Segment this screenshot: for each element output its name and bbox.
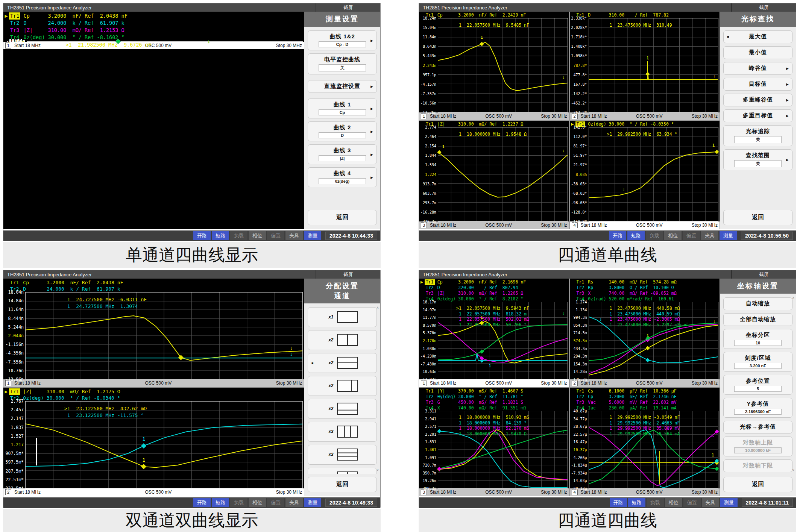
status-button-负载[interactable]: 负载 [646, 231, 663, 240]
status-button-相位[interactable]: 相位 [664, 231, 682, 240]
menu-button[interactable]: 刻度/区域3.200 nF [723, 352, 792, 372]
status-button-短路[interactable]: 短路 [628, 498, 645, 507]
status-button-短路[interactable]: 短路 [212, 231, 229, 240]
screenshot-button[interactable]: 截屏 [316, 3, 380, 12]
status-button-短路[interactable]: 短路 [212, 498, 229, 507]
graph-channel-2[interactable]: Tr1 D 310.00 / Ref 787.822.338k*2.028k*1… [570, 12, 720, 120]
screenshot-button[interactable]: 截屏 [731, 3, 796, 12]
layout-option-button[interactable]: x3 [308, 445, 377, 465]
status-button-相位[interactable]: 相位 [665, 498, 682, 507]
status-button-夹具[interactable]: 夹具 [285, 231, 303, 240]
scroll-down-icon[interactable]: ∨ [376, 468, 379, 472]
back-button[interactable]: 返回 [723, 210, 792, 225]
layout-option-button[interactable]: x2 [308, 376, 377, 396]
status-button-夹具[interactable]: 夹具 [285, 498, 303, 507]
menu-button[interactable]: 曲线 1Cp► [308, 99, 377, 118]
status-button-开路[interactable]: 开路 [609, 231, 626, 240]
menu-button[interactable]: 多重目标值► [723, 109, 792, 122]
menu-button[interactable]: 直流监控设置► [308, 80, 377, 93]
sweep-info-strip[interactable]: 1Start 18 MHzOSC 500 mVStop 30 MHz [3, 379, 304, 387]
screenshot-button[interactable]: 截屏 [731, 270, 796, 279]
layout-option-button[interactable]: ■x2 [308, 353, 377, 373]
back-button[interactable]: 返回 [308, 210, 377, 225]
menu-button[interactable]: 光标→参考值 [723, 421, 792, 433]
graph-channel-1[interactable]: ▶Tr1 Cp 3.2000 nF/ Ref 2.0438 nF Tr2 D 2… [3, 12, 304, 49]
scroll-up-icon[interactable]: ∧ [376, 306, 379, 309]
status-button-夹具[interactable]: 夹具 [701, 231, 718, 240]
scroll-down-icon[interactable]: ∨ [792, 468, 795, 472]
menu-button[interactable]: 对数轴下限 [723, 459, 792, 472]
sweep-info-strip[interactable]: 1Start 18 MHzOSC 500 mVStop 30 MHz [419, 379, 569, 387]
menu-button[interactable]: 对数轴上限10.000000 kF [723, 437, 792, 456]
menu-button[interactable]: 查找范围关► [723, 149, 792, 170]
menu-button[interactable]: 曲线 2D► [308, 121, 377, 141]
menu-button[interactable]: 参考位置5 [723, 375, 792, 395]
back-button[interactable]: 返回 [308, 477, 377, 492]
graph-channel-2[interactable]: ▶Tr1 |Z| 310.00 mΩ/ Ref 1.2175 Ω Tr2 θz(… [3, 388, 304, 496]
menu-button[interactable]: 曲线 1&2Cp - D► [308, 30, 377, 50]
layout-option-button[interactable]: x2 [308, 399, 377, 419]
menu-button[interactable]: 峰谷值► [723, 62, 792, 75]
status-button-偏置[interactable]: 偏置 [267, 498, 284, 507]
sweep-info-strip[interactable]: 3Start 18 MHzOSC 500 mVStop 30 MHz [419, 221, 569, 229]
menu-button[interactable]: 曲线 4θz(deg)► [308, 167, 377, 187]
menu-button[interactable]: 电平监控曲线关 [308, 53, 377, 74]
status-button-测量[interactable]: 测量 [304, 231, 321, 240]
sweep-info-strip[interactable]: 1Start 18 MHzOSC 500 mVStop 30 MHz [3, 42, 304, 49]
back-button[interactable]: 返回 [723, 477, 792, 492]
sweep-info-strip[interactable]: 2Start 18 MHzOSC 500 mVStop 30 MHz [570, 379, 720, 387]
status-button-负载[interactable]: 负载 [230, 231, 247, 240]
menu-button[interactable]: 曲线 3|Z|► [308, 144, 377, 164]
sweep-info-strip[interactable]: 4Start 18 MHzOSC 500 mVStop 30 MHz [570, 221, 720, 229]
graph-channel-1[interactable]: Tr1 Cp 3.2000 nF/ Ref 2.0438 nF Tr2 D 24… [3, 279, 304, 387]
layout-option-button[interactable]: x1 [308, 307, 377, 327]
status-button-相位[interactable]: 相位 [249, 231, 266, 240]
screenshot-button[interactable]: 截屏 [316, 270, 380, 279]
scroll-up-icon[interactable]: ∧ [792, 296, 795, 300]
status-button-偏置[interactable]: 偏置 [683, 498, 701, 507]
status-button-夹具[interactable]: 夹具 [702, 498, 719, 507]
status-button-偏置[interactable]: 偏置 [683, 231, 700, 240]
menu-button[interactable]: 目标值► [723, 78, 792, 91]
status-button-测量[interactable]: 测量 [720, 498, 738, 507]
menu-button[interactable]: 多重峰谷值► [723, 94, 792, 106]
menu-button[interactable]: ■最大值 [723, 30, 792, 43]
status-button-开路[interactable]: 开路 [193, 498, 211, 507]
sweep-info-strip[interactable]: 1Start 18 MHzOSC 500 mVStop 30 MHz [419, 112, 569, 120]
menu-button[interactable]: 最小值 [723, 46, 792, 59]
menu-button[interactable]: Y参考值2.1696300 nF [723, 398, 792, 418]
status-button-负载[interactable]: 负载 [647, 498, 664, 507]
menu-button[interactable]: 全部自动缩放 [723, 313, 792, 326]
graph-channel-4[interactable]: ▶Tr1 θz(deg) 30.000 ° / Ref -8.0350 °142… [570, 121, 720, 229]
sweep-info-strip[interactable]: 4Start 18 MHzOSC 500 mVStop 30 MHz [570, 488, 720, 496]
layout-option-button[interactable]: x2 [308, 330, 377, 350]
layout-option-button[interactable]: x3 [308, 468, 377, 474]
sweep-info-strip[interactable]: 2Start 18 MHzOSC 500 mVStop 30 MHz [570, 112, 720, 120]
status-button-相位[interactable]: 相位 [249, 498, 266, 507]
status-button-开路[interactable]: 开路 [610, 498, 627, 507]
menu-scrollbar[interactable]: ∧∨ [375, 306, 380, 472]
graph-channel-1[interactable]: Tr1 Cp 3.2000 nF/ Ref 2.2429 nF18.24n15.… [419, 12, 569, 120]
sweep-info-strip[interactable]: 2Start 18 MHzOSC 500 mVStop 30 MHz [3, 488, 304, 496]
trace-label: Tr2 [575, 285, 586, 291]
status-button-短路[interactable]: 短路 [627, 231, 645, 240]
graph-channel-3[interactable]: Tr1 |Z| 310.00 mΩ/ Ref 1.2237 Ω2.7742.46… [419, 121, 569, 229]
graph-channel-4[interactable]: Tr1 Cs 6.1000 μF/ Ref 10.366 μF Tr2 Cp 3… [570, 388, 720, 496]
status-button-开路[interactable]: 开路 [193, 231, 211, 240]
sweep-info-strip[interactable]: 3Start 18 MHzOSC 500 mVStop 30 MHz [419, 488, 569, 496]
menu-button[interactable]: 坐标分区10 [723, 329, 792, 349]
layout-option-button[interactable]: x3 [308, 422, 377, 442]
status-button-测量[interactable]: 测量 [304, 498, 321, 507]
graph-channel-2[interactable]: Tr1 Rs 140.00 mΩ/ Ref 574.28 mΩ Tr2 Rp 3… [570, 279, 720, 387]
menu-scrollbar[interactable]: ∧∨ [791, 296, 795, 472]
layout-option-row: x2 [308, 379, 376, 393]
menu-button-value: 关 [734, 136, 782, 143]
graph-channel-1[interactable]: ▶Tr1 Cp 3.2000 nF/ Ref 2.1696 nF Tr2 D 3… [419, 279, 569, 387]
graph-channel-3[interactable]: Tr1 |Y| 370.00 mS/ Ref 1.4607 S Tr2 θy(d… [419, 388, 569, 496]
status-button-偏置[interactable]: 偏置 [267, 231, 284, 240]
menu-button[interactable]: 光标追踪关 [723, 125, 792, 146]
y-axis-gutter: 18.24n15.04n11.84n8.643n5.443n2.243n957.… [419, 18, 438, 112]
menu-button[interactable]: 自动缩放 [723, 297, 792, 310]
status-button-测量[interactable]: 测量 [720, 231, 737, 240]
status-button-负载[interactable]: 负载 [230, 498, 247, 507]
